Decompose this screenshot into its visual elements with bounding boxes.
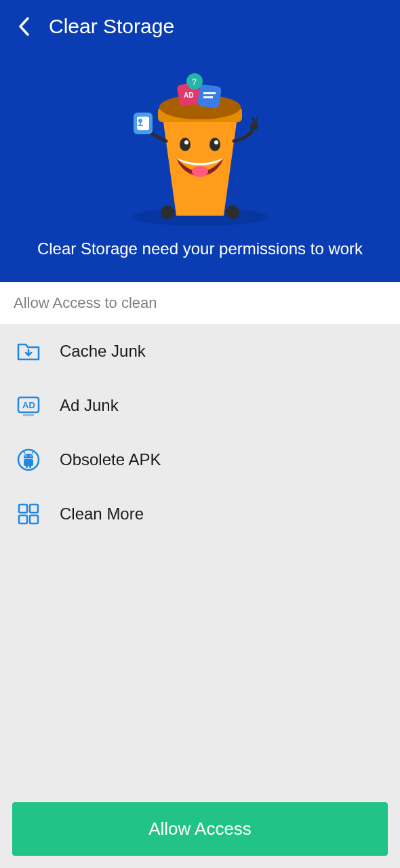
svg-point-18 [184, 140, 188, 144]
header-section: Clear Storage AD [0, 0, 400, 282]
permission-message: Clear Storage need your permissions to w… [0, 239, 400, 258]
svg-point-20 [192, 166, 208, 177]
svg-point-26 [31, 456, 32, 457]
grid-squares-icon [16, 502, 41, 526]
item-label: Ad Junk [60, 396, 119, 415]
android-circle-icon [16, 448, 41, 472]
svg-rect-30 [26, 465, 28, 468]
svg-rect-35 [30, 515, 38, 524]
trash-bin-icon: AD ? [125, 73, 275, 226]
svg-text:?: ? [192, 77, 197, 87]
svg-rect-9 [203, 96, 213, 98]
svg-text:AD: AD [22, 400, 35, 410]
svg-line-28 [32, 452, 33, 454]
svg-rect-33 [30, 505, 38, 513]
svg-rect-34 [19, 515, 27, 524]
chevron-left-icon [18, 16, 30, 37]
item-label: Cache Junk [60, 342, 146, 361]
ad-badge-icon: AD [16, 393, 41, 418]
svg-point-17 [209, 138, 220, 151]
svg-point-19 [214, 140, 218, 144]
svg-line-27 [24, 452, 25, 454]
svg-rect-8 [203, 92, 216, 94]
bottom-button-container: Allow Access [12, 802, 388, 856]
hero-illustration: AD ? [0, 73, 400, 226]
section-header: Allow Access to clean [0, 282, 400, 324]
page-title: Clear Storage [49, 15, 174, 38]
top-bar: Clear Storage [0, 0, 400, 53]
svg-point-16 [180, 138, 191, 151]
svg-point-15 [250, 122, 258, 130]
svg-rect-32 [19, 505, 27, 513]
folder-download-icon [16, 339, 41, 363]
svg-point-25 [26, 456, 27, 457]
list-item-ad-junk[interactable]: AD Ad Junk [0, 378, 400, 433]
clean-options-list: Cache Junk AD Ad Junk [0, 324, 400, 541]
svg-point-2 [226, 205, 239, 219]
allow-access-button[interactable]: Allow Access [12, 802, 388, 856]
back-button[interactable] [18, 16, 30, 37]
svg-rect-31 [29, 465, 31, 468]
svg-rect-13 [137, 117, 149, 130]
svg-rect-29 [24, 459, 33, 466]
list-item-cache-junk[interactable]: Cache Junk [0, 324, 400, 378]
item-label: Obsolete APK [60, 450, 161, 469]
item-label: Clean More [60, 505, 144, 524]
svg-text:AD: AD [184, 92, 193, 99]
svg-point-1 [161, 205, 174, 219]
list-item-clean-more[interactable]: Clean More [0, 487, 400, 541]
list-item-obsolete-apk[interactable]: Obsolete APK [0, 433, 400, 487]
